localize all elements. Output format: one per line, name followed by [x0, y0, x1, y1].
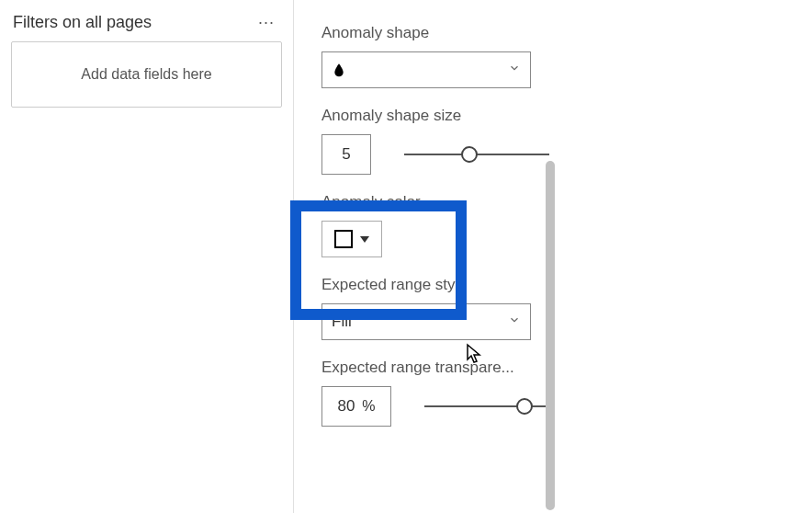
expected-range-transparency-label: Expected range transpare... [321, 359, 549, 377]
anomaly-color-section: Anomaly color [321, 193, 549, 257]
drop-zone-placeholder: Add data fields here [81, 66, 211, 83]
format-panel: Anomaly shape Anomaly shape size 5 [294, 0, 560, 513]
anomaly-shape-label: Anomaly shape [321, 24, 549, 42]
expected-range-transparency-slider[interactable] [424, 397, 549, 416]
anomaly-color-picker[interactable] [321, 221, 382, 257]
more-menu-icon[interactable]: ··· [254, 13, 278, 32]
filters-title: Filters on all pages [13, 13, 152, 32]
filters-drop-zone[interactable]: Add data fields here [11, 41, 282, 108]
caret-down-icon [360, 236, 369, 243]
anomaly-shape-select[interactable] [321, 51, 531, 88]
anomaly-color-label: Anomaly color [321, 193, 549, 211]
chevron-down-icon [508, 314, 521, 330]
anomaly-shape-size-input[interactable]: 5 [321, 134, 371, 175]
expected-range-style-section: Expected range style Fill [321, 276, 549, 340]
color-swatch [334, 230, 353, 248]
chevron-down-icon [508, 62, 521, 78]
expected-range-style-label: Expected range style [321, 276, 549, 294]
expected-range-transparency-section: Expected range transpare... 80 % [321, 359, 549, 427]
expected-range-style-select[interactable]: Fill [321, 303, 531, 340]
anomaly-shape-size-slider[interactable] [404, 145, 549, 164]
filters-panel: Filters on all pages ··· Add data fields… [0, 0, 294, 513]
droplet-icon [332, 63, 346, 77]
anomaly-shape-size-section: Anomaly shape size 5 [321, 107, 549, 175]
expected-range-style-value: Fill [332, 313, 352, 331]
format-panel-scrollbar[interactable] [546, 0, 555, 513]
anomaly-shape-section: Anomaly shape [321, 24, 549, 88]
anomaly-shape-size-label: Anomaly shape size [321, 107, 549, 125]
expected-range-transparency-input[interactable]: 80 % [321, 386, 391, 427]
